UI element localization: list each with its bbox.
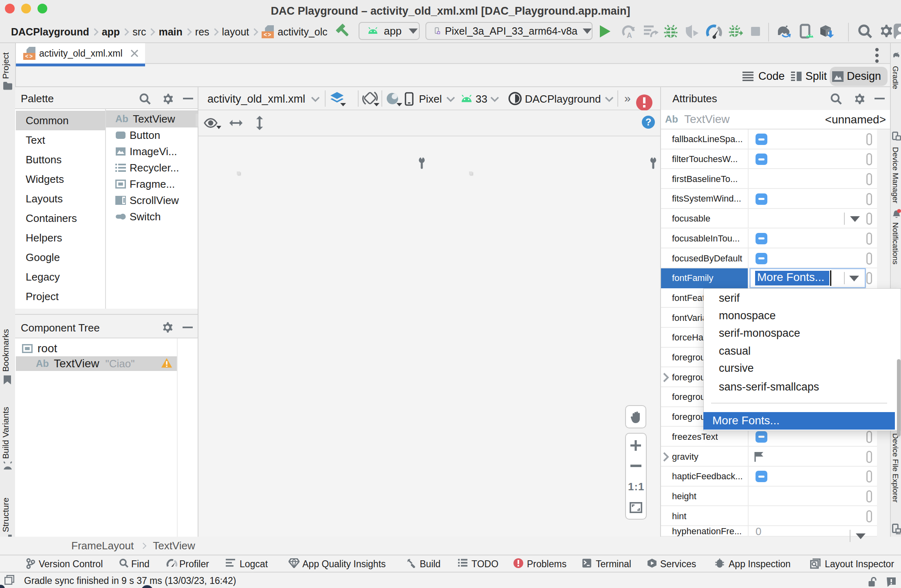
svg-text:A: A	[627, 31, 632, 39]
